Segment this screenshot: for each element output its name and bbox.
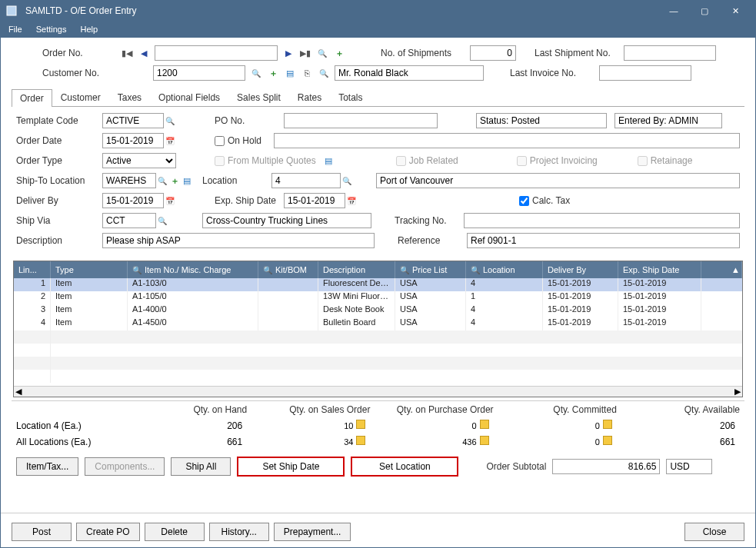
customer-search-icon[interactable] xyxy=(318,67,330,79)
shipto-card-icon[interactable]: ▤ xyxy=(181,174,193,187)
note-icon[interactable] xyxy=(356,420,365,429)
shipvia-input[interactable] xyxy=(102,213,156,228)
template-input[interactable] xyxy=(102,113,164,128)
col-location[interactable]: Location xyxy=(466,261,543,278)
note-icon[interactable] xyxy=(480,420,489,429)
last-shipment-input[interactable] xyxy=(624,45,716,61)
location-input[interactable] xyxy=(271,173,341,188)
customer-name-input[interactable] xyxy=(335,65,484,81)
next-record-icon[interactable]: ▶ xyxy=(282,47,295,59)
maximize-button[interactable]: ▢ xyxy=(689,1,720,21)
detail-grid[interactable]: Lin... Type Item No./ Misc. Charge Kit/B… xyxy=(13,261,743,397)
tab-sales-split[interactable]: Sales Split xyxy=(228,88,289,106)
template-finder-icon[interactable] xyxy=(164,115,176,127)
table-row[interactable] xyxy=(14,344,742,357)
set-location-button[interactable]: Set Location xyxy=(351,457,458,477)
col-lineno[interactable]: Lin... xyxy=(14,261,51,278)
table-row[interactable]: 4ItemA1-450/0Bulletin BoardUSA415-01-201… xyxy=(14,317,742,330)
note-icon[interactable] xyxy=(603,420,612,429)
history-button[interactable]: History... xyxy=(209,523,269,541)
customer-link-icon[interactable]: ⎘ xyxy=(301,67,313,79)
deliverby-calendar-icon[interactable] xyxy=(164,194,176,207)
ship-all-button[interactable]: Ship All xyxy=(171,457,231,476)
shipto-finder-icon[interactable] xyxy=(156,174,168,187)
order-date-calendar-icon[interactable] xyxy=(164,135,176,147)
scroll-right-icon[interactable]: ▶ xyxy=(734,387,741,397)
note-icon[interactable] xyxy=(480,436,489,445)
deliverby-label: Deliver By xyxy=(16,195,102,206)
new-icon[interactable] xyxy=(333,47,345,59)
item-tax-button[interactable]: Item/Tax... xyxy=(16,457,78,476)
shipto-new-icon[interactable] xyxy=(168,174,181,187)
description-input[interactable] xyxy=(102,233,375,248)
col-expship[interactable]: Exp. Ship Date xyxy=(618,261,701,278)
quotes-card-icon[interactable]: ▤ xyxy=(322,154,335,167)
tab-rates[interactable]: Rates xyxy=(289,88,330,106)
last-record-icon[interactable]: ▶▮ xyxy=(299,47,311,59)
first-record-icon[interactable]: ▮◀ xyxy=(121,47,133,59)
table-row[interactable] xyxy=(14,357,742,370)
table-row[interactable]: 2ItemA1-105/013W Mini Fluore...USA115-01… xyxy=(14,291,742,304)
order-type-select[interactable]: Active xyxy=(102,153,176,168)
note-icon[interactable] xyxy=(356,436,365,445)
tab-optional-fields[interactable]: Optional Fields xyxy=(150,88,228,106)
col-scroll-up[interactable]: ▲ xyxy=(701,261,742,278)
on-hold-checkbox[interactable] xyxy=(215,136,225,146)
location-name-box: Port of Vancouver xyxy=(376,173,740,188)
col-kit[interactable]: Kit/BOM xyxy=(258,261,318,278)
on-hold-textbox[interactable] xyxy=(274,133,740,148)
order-no-input[interactable] xyxy=(155,45,278,61)
prev-record-icon[interactable]: ◀ xyxy=(138,47,150,59)
set-ship-date-button[interactable]: Set Ship Date xyxy=(237,457,345,477)
subtotal-input[interactable] xyxy=(552,459,660,474)
grid-hscroll[interactable]: ◀▶ xyxy=(14,386,742,397)
col-deliverby[interactable]: Deliver By xyxy=(543,261,618,278)
reference-input[interactable] xyxy=(467,233,740,248)
menu-file[interactable]: File xyxy=(8,25,22,34)
deliverby-input[interactable] xyxy=(102,193,164,208)
customer-new-icon[interactable] xyxy=(267,67,279,79)
menu-settings[interactable]: Settings xyxy=(36,25,67,34)
tab-customer[interactable]: Customer xyxy=(52,88,109,106)
po-no-input[interactable] xyxy=(284,113,438,128)
currency-input[interactable] xyxy=(666,459,712,474)
close-button[interactable]: Close xyxy=(684,523,744,541)
customer-no-input[interactable] xyxy=(153,65,245,81)
tab-totals[interactable]: Totals xyxy=(330,88,371,106)
prepayment-button[interactable]: Prepayment... xyxy=(274,523,351,541)
menu-help[interactable]: Help xyxy=(80,25,98,34)
shipvia-name-input[interactable] xyxy=(202,213,371,228)
col-type[interactable]: Type xyxy=(51,261,128,278)
table-row[interactable] xyxy=(14,370,742,383)
grid-body[interactable]: 1ItemA1-103/0Fluorescent Des...USA415-01… xyxy=(14,278,742,386)
close-window-button[interactable]: ✕ xyxy=(720,1,751,21)
tracking-input[interactable] xyxy=(464,213,740,228)
customer-card-icon[interactable]: ▤ xyxy=(284,67,296,79)
create-po-button[interactable]: Create PO xyxy=(76,523,140,541)
shipto-input[interactable] xyxy=(102,173,156,188)
col-desc[interactable]: Description xyxy=(318,261,395,278)
tab-taxes[interactable]: Taxes xyxy=(109,88,150,106)
expship-input[interactable] xyxy=(284,193,345,208)
expship-calendar-icon[interactable] xyxy=(345,194,358,207)
shipvia-finder-icon[interactable] xyxy=(156,214,168,227)
calctax-checkbox[interactable] xyxy=(519,196,529,206)
order-date-input[interactable] xyxy=(102,133,164,148)
col-pricelist[interactable]: Price List xyxy=(395,261,466,278)
table-row[interactable] xyxy=(14,330,742,344)
description-label: Description xyxy=(16,235,102,246)
delete-button[interactable]: Delete xyxy=(145,523,205,541)
no-shipments-input[interactable] xyxy=(470,45,516,61)
scroll-left-icon[interactable]: ◀ xyxy=(15,387,22,397)
minimize-button[interactable]: — xyxy=(658,1,689,21)
note-icon[interactable] xyxy=(603,436,612,445)
tab-order[interactable]: Order xyxy=(12,89,52,107)
location-finder-icon[interactable] xyxy=(341,174,353,187)
last-invoice-input[interactable] xyxy=(599,65,691,81)
col-item[interactable]: Item No./ Misc. Charge xyxy=(128,261,258,278)
customer-finder-icon[interactable] xyxy=(250,67,262,79)
post-button[interactable]: Post xyxy=(12,523,72,541)
table-row[interactable]: 1ItemA1-103/0Fluorescent Des...USA415-01… xyxy=(14,278,742,291)
table-row[interactable]: 3ItemA1-400/0Desk Note BookUSA415-01-201… xyxy=(14,304,742,317)
finder-icon[interactable] xyxy=(316,47,328,59)
